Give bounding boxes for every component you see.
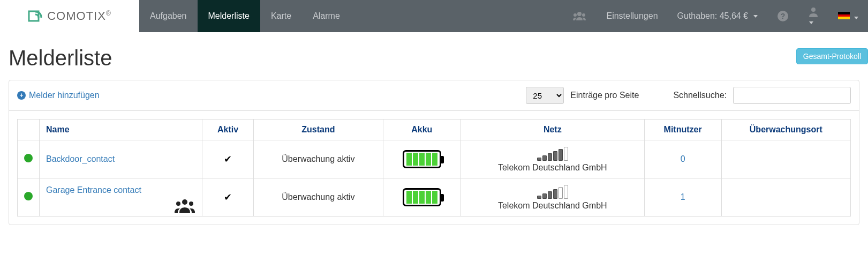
brand-icon (28, 8, 44, 24)
state-cell: Überwachung aktiv (254, 140, 383, 178)
svg-point-8 (176, 202, 180, 206)
add-melder-link[interactable]: + Melder hinzufügen (17, 91, 100, 100)
search-input[interactable] (733, 87, 851, 104)
battery-cell (383, 178, 461, 217)
users-icon[interactable] (562, 11, 597, 21)
name-cell: Garage Entrance contact (40, 178, 202, 217)
svg-point-6 (811, 8, 816, 12)
col-mitnutzer[interactable]: Mitnutzer (644, 120, 721, 140)
caret-down-icon (753, 15, 758, 18)
name-cell: Backdoor_contact (40, 140, 202, 178)
add-melder-label: Melder hinzufügen (29, 91, 100, 100)
flag-de-icon (838, 12, 850, 19)
page-size-select[interactable]: 25 (526, 87, 564, 104)
plus-circle-icon: + (17, 91, 26, 100)
col-aktiv[interactable]: Aktiv (202, 120, 254, 140)
nav-alarme[interactable]: Alarme (302, 0, 351, 32)
table-row: Garage Entrance contact✔Überwachung akti… (18, 178, 851, 217)
active-cell: ✔ (202, 178, 254, 217)
status-dot-icon (24, 192, 33, 200)
cousers-link[interactable]: 1 (681, 192, 685, 202)
signal-icon (537, 184, 568, 199)
svg-point-3 (582, 13, 585, 17)
network-cell: Telekom Deutschland GmbH (461, 140, 644, 178)
page-container: Melderliste Gesamt-Protokoll + Melder hi… (0, 32, 868, 234)
cousers-link[interactable]: 0 (681, 154, 685, 163)
caret-down-icon (809, 21, 813, 24)
nav-balance[interactable]: Guthaben: 45,64 € (668, 11, 768, 21)
top-navbar: COMOTIX® Aufgaben Melderliste Karte Alar… (0, 0, 868, 32)
status-cell (18, 140, 40, 178)
check-icon: ✔ (224, 154, 232, 165)
state-cell: Überwachung aktiv (254, 178, 383, 217)
melder-table: Name Aktiv Zustand Akku Netz Mitnutzer Ü… (17, 119, 851, 217)
search-label: Schnellsuche: (673, 91, 727, 100)
cousers-cell: 0 (644, 140, 721, 178)
network-name: Telekom Deutschland GmbH (467, 201, 638, 211)
nav-melderliste[interactable]: Melderliste (198, 0, 260, 32)
panel-body: Name Aktiv Zustand Akku Netz Mitnutzer Ü… (9, 111, 859, 225)
location-cell (721, 178, 850, 217)
heading-controls: 25 Einträge pro Seite Schnellsuche: (526, 87, 851, 104)
battery-icon (403, 188, 441, 206)
svg-point-9 (189, 202, 193, 206)
status-dot-icon (24, 154, 33, 162)
location-cell (721, 140, 850, 178)
melder-panel: + Melder hinzufügen 25 Einträge pro Seit… (9, 80, 859, 225)
help-icon[interactable]: ? (767, 10, 798, 22)
balance-label: Guthaben: 45,64 € (677, 11, 749, 21)
per-page-label: Einträge pro Seite (570, 91, 639, 100)
svg-point-1 (577, 12, 582, 16)
page-title: Melderliste (9, 46, 859, 70)
brand-logo[interactable]: COMOTIX® (0, 0, 139, 32)
signal-icon (537, 146, 568, 161)
col-status (18, 120, 40, 140)
panel-heading: + Melder hinzufügen 25 Einträge pro Seit… (9, 80, 859, 111)
status-cell (18, 178, 40, 217)
active-cell: ✔ (202, 140, 254, 178)
user-menu-icon[interactable] (798, 6, 828, 26)
nav-right: Einstellungen Guthaben: 45,64 € ? (562, 0, 868, 32)
language-flag[interactable] (828, 12, 868, 21)
col-ort[interactable]: Überwachungsort (721, 120, 850, 140)
col-zustand[interactable]: Zustand (254, 120, 383, 140)
svg-text:?: ? (781, 12, 786, 20)
col-name[interactable]: Name (40, 120, 202, 140)
users-icon (173, 198, 197, 214)
main-nav: Aufgaben Melderliste Karte Alarme (139, 0, 351, 32)
brand-text: COMOTIX® (47, 9, 111, 23)
nav-aufgaben[interactable]: Aufgaben (139, 0, 198, 32)
cousers-cell: 1 (644, 178, 721, 217)
battery-cell (383, 140, 461, 178)
gesamt-protokoll-button[interactable]: Gesamt-Protokoll (796, 48, 868, 64)
caret-down-icon (854, 17, 858, 19)
svg-point-7 (182, 199, 187, 205)
table-header-row: Name Aktiv Zustand Akku Netz Mitnutzer Ü… (18, 120, 851, 140)
network-name: Telekom Deutschland GmbH (467, 163, 638, 173)
table-row: Backdoor_contact✔Überwachung aktivTeleko… (18, 140, 851, 178)
col-akku[interactable]: Akku (383, 120, 461, 140)
battery-icon (403, 150, 441, 168)
col-netz[interactable]: Netz (461, 120, 644, 140)
melder-name-link[interactable]: Garage Entrance contact (46, 185, 141, 195)
svg-point-2 (573, 13, 577, 17)
nav-karte[interactable]: Karte (260, 0, 302, 32)
melder-name-link[interactable]: Backdoor_contact (46, 154, 115, 163)
network-cell: Telekom Deutschland GmbH (461, 178, 644, 217)
check-icon: ✔ (224, 192, 232, 203)
nav-settings[interactable]: Einstellungen (597, 11, 667, 21)
